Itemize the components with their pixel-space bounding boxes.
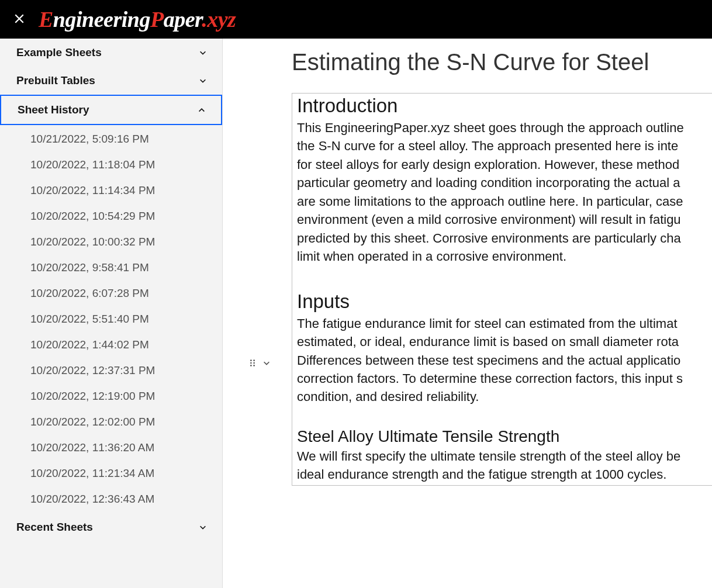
svg-point-0 bbox=[250, 359, 252, 361]
history-item[interactable]: 10/20/2022, 12:37:31 PM bbox=[0, 358, 222, 383]
logo-part: P bbox=[150, 7, 164, 32]
history-item[interactable]: 10/20/2022, 5:51:40 PM bbox=[0, 306, 222, 332]
section-label: Prebuilt Tables bbox=[16, 74, 95, 87]
chevron-down-icon bbox=[198, 48, 208, 57]
inputs-text: The fatigue endurance limit for steel ca… bbox=[297, 314, 712, 333]
sidebar-section-sheet-history[interactable]: Sheet History bbox=[0, 95, 222, 125]
history-item[interactable]: 10/20/2022, 11:14:34 PM bbox=[0, 178, 222, 203]
intro-text: the S-N curve for a steel alloy. The app… bbox=[297, 137, 712, 155]
tensile-heading: Steel Alloy Ultimate Tensile Strength bbox=[297, 427, 712, 446]
history-item[interactable]: 10/20/2022, 11:18:04 PM bbox=[0, 152, 222, 178]
history-item[interactable]: 10/20/2022, 11:36:20 AM bbox=[0, 435, 222, 461]
intro-text: particular geometry and loading conditio… bbox=[297, 174, 712, 192]
svg-point-1 bbox=[253, 359, 255, 361]
history-item[interactable]: 10/21/2022, 5:09:16 PM bbox=[0, 126, 222, 152]
sidebar-section-recent-sheets[interactable]: Recent Sheets bbox=[0, 513, 222, 541]
logo-part: ngineering bbox=[53, 7, 150, 32]
chevron-up-icon bbox=[197, 105, 206, 115]
intro-text: limit when operated in a corrosive envir… bbox=[297, 247, 712, 265]
section-label: Example Sheets bbox=[16, 46, 102, 59]
inputs-text: correction factors. To determine these c… bbox=[297, 369, 712, 388]
close-icon[interactable] bbox=[8, 8, 30, 31]
document-cell[interactable]: Introduction This EngineeringPaper.xyz s… bbox=[292, 93, 712, 486]
sidebar-section-prebuilt-tables[interactable]: Prebuilt Tables bbox=[0, 67, 222, 95]
sidebar: Example Sheets Prebuilt Tables Sheet His… bbox=[0, 39, 223, 588]
history-item[interactable]: 10/20/2022, 1:44:02 PM bbox=[0, 332, 222, 358]
chevron-down-icon[interactable] bbox=[262, 359, 271, 369]
app-header: EngineeringPaper.xyz bbox=[0, 0, 712, 39]
drag-handle-icon[interactable] bbox=[248, 359, 257, 369]
history-item[interactable]: 10/20/2022, 10:00:32 PM bbox=[0, 229, 222, 255]
intro-text: for steel alloys for early design explor… bbox=[297, 155, 712, 174]
history-item[interactable]: 10/20/2022, 12:02:00 PM bbox=[0, 409, 222, 435]
cell-gutter bbox=[248, 359, 271, 369]
intro-heading: Introduction bbox=[297, 95, 712, 117]
intro-text: This EngineeringPaper.xyz sheet goes thr… bbox=[297, 119, 712, 137]
intro-text: environment (even a mild corrosive envir… bbox=[297, 210, 712, 229]
inputs-heading: Inputs bbox=[297, 290, 712, 313]
history-item[interactable]: 10/20/2022, 6:07:28 PM bbox=[0, 281, 222, 306]
section-label: Sheet History bbox=[18, 103, 89, 116]
content-area: Estimating the S-N Curve for Steel Intro… bbox=[223, 39, 712, 588]
inputs-text: estimated, or ideal, endurance limit is … bbox=[297, 333, 712, 351]
page-title: Estimating the S-N Curve for Steel bbox=[292, 49, 712, 75]
svg-point-2 bbox=[250, 362, 252, 364]
main-layout: Example Sheets Prebuilt Tables Sheet His… bbox=[0, 39, 712, 588]
history-item[interactable]: 10/20/2022, 10:54:29 PM bbox=[0, 203, 222, 229]
sidebar-section-example-sheets[interactable]: Example Sheets bbox=[0, 39, 222, 67]
svg-point-4 bbox=[250, 365, 252, 366]
chevron-down-icon bbox=[198, 76, 208, 85]
logo-part: .xyz bbox=[202, 7, 236, 32]
app-logo[interactable]: EngineeringPaper.xyz bbox=[39, 6, 236, 32]
intro-text: predicted by this sheet. Corrosive envir… bbox=[297, 229, 712, 247]
document-content: Introduction This EngineeringPaper.xyz s… bbox=[292, 94, 712, 485]
section-label: Recent Sheets bbox=[16, 521, 93, 534]
history-item[interactable]: 10/20/2022, 11:21:34 AM bbox=[0, 461, 222, 486]
inputs-text: condition, and desired reliability. bbox=[297, 388, 712, 406]
history-item[interactable]: 10/20/2022, 12:36:43 AM bbox=[0, 486, 222, 512]
history-item[interactable]: 10/20/2022, 12:19:00 PM bbox=[0, 383, 222, 409]
svg-point-5 bbox=[253, 365, 255, 366]
chevron-down-icon bbox=[198, 523, 208, 532]
history-list: 10/21/2022, 5:09:16 PM 10/20/2022, 11:18… bbox=[0, 125, 222, 513]
history-item[interactable]: 10/20/2022, 9:58:41 PM bbox=[0, 255, 222, 281]
logo-part: E bbox=[39, 7, 53, 32]
inputs-text: Differences between these test specimens… bbox=[297, 351, 712, 369]
tensile-text: We will first specify the ultimate tensi… bbox=[297, 447, 712, 465]
tensile-text: ideal endurance strength and the fatigue… bbox=[297, 465, 712, 483]
svg-point-3 bbox=[253, 362, 255, 364]
intro-text: are some limitations to the approach out… bbox=[297, 192, 712, 210]
logo-part: aper bbox=[164, 7, 202, 32]
